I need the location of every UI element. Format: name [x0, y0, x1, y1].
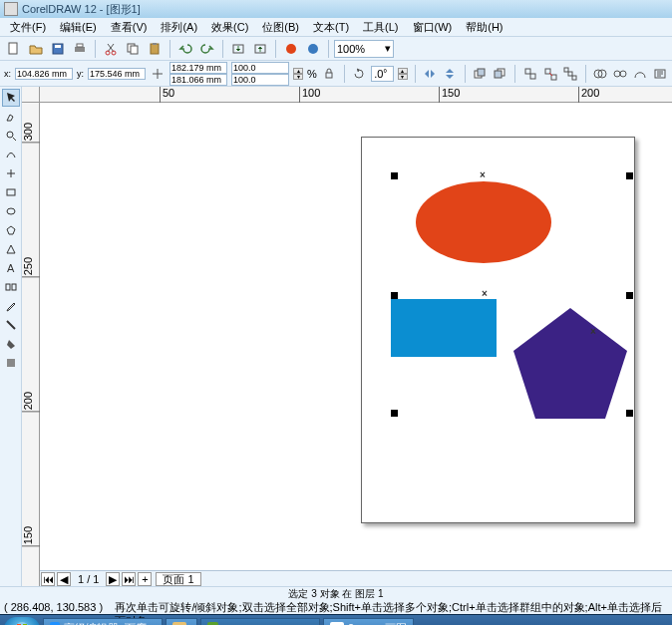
redo-icon[interactable] [197, 39, 217, 59]
svg-rect-8 [131, 46, 138, 54]
selection-handle[interactable] [391, 410, 398, 417]
selection-handle[interactable] [626, 172, 633, 179]
selection-handle[interactable] [391, 292, 398, 299]
rotation-field[interactable]: .0° [371, 66, 393, 82]
pick-tool-icon[interactable] [2, 89, 20, 107]
selection-center-mark: × [482, 288, 488, 299]
import-icon[interactable] [228, 39, 248, 59]
basic-shapes-icon[interactable] [2, 240, 20, 258]
mirror-h-icon[interactable] [422, 64, 438, 84]
open-icon[interactable] [26, 39, 46, 59]
group-icon[interactable] [522, 64, 538, 84]
selection-handle[interactable] [391, 172, 398, 179]
mirror-v-icon[interactable] [442, 64, 458, 84]
taskbar-item-paint[interactable]: 2.png - 画图 [323, 618, 414, 626]
height-field[interactable] [169, 74, 227, 86]
canvas-area[interactable]: 50 100 150 200 300 250 200 150 × × × ⏮ [22, 87, 672, 586]
y-position-field[interactable] [88, 68, 146, 80]
corel-online-icon[interactable] [303, 39, 323, 59]
start-button[interactable] [4, 617, 40, 626]
svg-rect-21 [530, 74, 535, 79]
convert-curves-icon[interactable] [632, 64, 648, 84]
new-icon[interactable] [4, 39, 24, 59]
menu-window[interactable]: 窗口(W) [407, 20, 459, 35]
windows-taskbar: 高级编辑器_百度... CorelDRAW 12 -... 2.png - 画图 [0, 614, 672, 625]
windows-logo-icon [14, 621, 30, 626]
ungroup-icon[interactable] [542, 64, 558, 84]
scale-spin[interactable]: ▴▾ [293, 68, 303, 80]
cut-icon[interactable] [101, 39, 121, 59]
property-bar: x: y: ▴▾ % .0° ▴▾ [0, 60, 672, 86]
first-page-button[interactable]: ⏮ [41, 572, 55, 586]
taskbar-item-explorer[interactable] [166, 618, 197, 626]
scale-x-field[interactable] [231, 62, 289, 74]
interactive-fill-icon[interactable] [2, 354, 20, 372]
lock-ratio-icon[interactable] [321, 64, 337, 84]
workspace: A 50 100 150 200 300 250 200 150 [0, 86, 672, 586]
menu-text[interactable]: 文本(T) [307, 20, 355, 35]
menu-view[interactable]: 查看(V) [105, 20, 154, 35]
last-page-button[interactable]: ⏭ [122, 572, 136, 586]
eyedropper-icon[interactable] [2, 297, 20, 315]
copy-icon[interactable] [123, 39, 143, 59]
page-navigator: ⏮ ◀ 1 / 1 ▶ ⏭ + 页面 1 [40, 570, 672, 586]
text-tool-icon[interactable]: A [2, 259, 20, 277]
menu-bitmap[interactable]: 位图(B) [256, 20, 305, 35]
smart-draw-icon[interactable] [2, 164, 20, 182]
vertical-ruler[interactable]: 300 250 200 150 [22, 103, 40, 586]
svg-rect-15 [326, 73, 332, 78]
wrap-paragraph-icon[interactable] [652, 64, 668, 84]
zoom-level-combo[interactable]: 100% ▾ [334, 40, 394, 58]
next-page-button[interactable]: ▶ [106, 572, 120, 586]
zoom-value: 100% [337, 43, 365, 55]
shape-tool-icon[interactable] [2, 108, 20, 126]
rectangle-tool-icon[interactable] [2, 183, 20, 201]
rectangle-object[interactable] [391, 299, 497, 357]
x-position-field[interactable] [15, 68, 73, 80]
to-front-icon[interactable] [472, 64, 488, 84]
print-icon[interactable] [70, 39, 90, 59]
pentagon-object[interactable] [510, 308, 630, 422]
add-page-button[interactable]: + [138, 572, 152, 586]
svg-rect-26 [568, 72, 572, 76]
taskbar-item-ie[interactable]: 高级编辑器_百度... [43, 618, 163, 626]
rotation-spin[interactable]: ▴▾ [398, 68, 408, 80]
polygon-tool-icon[interactable] [2, 221, 20, 239]
ellipse-object[interactable] [416, 181, 551, 263]
to-back-icon[interactable] [492, 64, 507, 84]
combine-icon[interactable] [592, 64, 608, 84]
ungroup-all-icon[interactable] [562, 64, 578, 84]
blend-tool-icon[interactable] [2, 278, 20, 296]
outline-tool-icon[interactable] [2, 316, 20, 334]
app-launcher-icon[interactable] [281, 39, 301, 59]
fill-tool-icon[interactable] [2, 335, 20, 353]
prev-page-button[interactable]: ◀ [57, 572, 71, 586]
width-field[interactable] [169, 62, 227, 74]
menu-edit[interactable]: 编辑(E) [54, 20, 103, 35]
menu-arrange[interactable]: 排列(A) [155, 20, 203, 35]
svg-rect-37 [12, 284, 16, 290]
selection-handle[interactable] [626, 292, 633, 299]
taskbar-item-coreldraw[interactable]: CorelDRAW 12 -... [200, 618, 320, 626]
ruler-origin[interactable] [22, 87, 40, 103]
selection-handle[interactable] [626, 410, 633, 417]
zoom-tool-icon[interactable] [2, 127, 20, 145]
break-apart-icon[interactable] [612, 64, 628, 84]
chevron-down-icon: ▾ [385, 42, 391, 55]
page-tab[interactable]: 页面 1 [156, 572, 200, 586]
paste-icon[interactable] [145, 39, 165, 59]
freehand-tool-icon[interactable] [2, 146, 20, 163]
cursor-coords: ( 286.408, 130.583 ) [0, 600, 115, 614]
menu-effects[interactable]: 效果(C) [205, 20, 254, 35]
menu-help[interactable]: 帮助(H) [460, 20, 508, 35]
menu-file[interactable]: 文件(F) [4, 20, 52, 35]
export-icon[interactable] [250, 39, 270, 59]
svg-point-14 [308, 44, 318, 54]
horizontal-ruler[interactable]: 50 100 150 200 [40, 87, 672, 103]
svg-rect-25 [572, 76, 576, 80]
ellipse-tool-icon[interactable] [2, 202, 20, 220]
menu-tools[interactable]: 工具(L) [357, 20, 404, 35]
save-icon[interactable] [48, 39, 68, 59]
undo-icon[interactable] [175, 39, 195, 59]
scale-y-field[interactable] [231, 74, 289, 86]
